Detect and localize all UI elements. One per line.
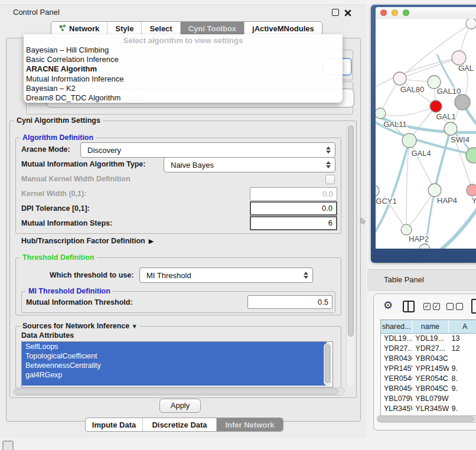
column-header-name[interactable]: name	[412, 320, 448, 333]
list-vertical-scrollbar[interactable]	[324, 343, 331, 386]
algorithm-dropdown: Select algorithm to view settings Bayesi…	[24, 34, 343, 103]
window-close-icon[interactable]	[380, 9, 387, 16]
settings-horizontal-scrollbar[interactable]	[13, 387, 345, 396]
dropdown-item-basic-correlation-inference[interactable]: Basic Correlation Inference	[26, 55, 340, 64]
network-node-y[interactable]	[467, 184, 476, 196]
node-label-y: Y	[472, 196, 476, 205]
tab-cyni-toolbox[interactable]: Cyni Toolbox	[181, 22, 244, 35]
tab-discretize-data[interactable]: Discretize Data	[143, 418, 217, 431]
network-edge-highlighted[interactable]	[376, 141, 409, 236]
tab-label: Cyni Toolbox	[188, 24, 236, 33]
apply-button[interactable]: Apply	[159, 399, 201, 413]
manual-kernel-checkbox[interactable]	[325, 175, 335, 184]
window-zoom-icon[interactable]	[403, 9, 409, 16]
scrollbar-thumb[interactable]	[348, 125, 354, 337]
scrollbar-thumb[interactable]	[325, 344, 330, 383]
attribute-item-gal4rgexp[interactable]: gal4RGexp	[22, 370, 327, 380]
network-canvas[interactable]: GALGAL80GAL10GAL1GAL11SWI4GAL4GCY1HAP4YH…	[376, 19, 476, 249]
kernel-width-input[interactable]: 0.0	[250, 187, 337, 201]
aracne-mode-select[interactable]: Discovery	[80, 142, 335, 158]
tab-style[interactable]: Style	[107, 22, 142, 35]
tab-label: Select	[149, 24, 172, 33]
mi-type-select[interactable]: Naive Bayes	[164, 157, 335, 172]
mi-type-value: Naive Bayes	[171, 161, 214, 169]
dropdown-item-aracne-algorithm[interactable]: ARACNE Algorithm	[26, 64, 340, 74]
which-threshold-select[interactable]: MI Threshold	[139, 268, 313, 283]
data-attributes-list[interactable]: SelfLoopsTopologicalCoefficientBetweenne…	[21, 341, 333, 387]
network-node-gal4[interactable]	[402, 133, 416, 148]
tab-network[interactable]: Network	[51, 22, 107, 35]
close-panel-icon[interactable]	[344, 8, 351, 15]
hub-definition-expander[interactable]: Hub/Transcription Factor Definition▶	[21, 237, 154, 245]
checked-checkbox-icon: ✓	[423, 303, 431, 310]
network-node-hap4[interactable]	[428, 184, 441, 197]
table-cell: YLR345W	[412, 404, 448, 414]
network-node-gal[interactable]	[452, 51, 466, 65]
network-node[interactable]	[455, 94, 470, 110]
minimized-panel-chip[interactable]	[2, 441, 14, 450]
table-horizontal-scrollbar[interactable]	[377, 415, 476, 423]
select-all-checkboxes-icon[interactable]: ✓ ✓	[423, 303, 440, 310]
node-label-gal11: GAL11	[383, 120, 407, 129]
dropdown-item-bayesian-k2[interactable]: Bayesian – K2	[26, 84, 340, 93]
network-node[interactable]	[419, 244, 430, 249]
network-node-gal1[interactable]	[430, 100, 442, 112]
dropdown-item-bayesian-hill-climbing[interactable]: Bayesian – Hill Climbing	[26, 45, 340, 55]
mi-threshold-input[interactable]: 0.5	[247, 295, 332, 309]
table-row[interactable]: YLR345WYLR345W9.	[381, 404, 476, 414]
columns-icon[interactable]	[403, 301, 415, 312]
table-row[interactable]: YDR27...YDR27...12	[381, 344, 476, 354]
mi-steps-input[interactable]: 6	[250, 216, 337, 230]
table-row[interactable]: YBR045CYBR045C9.	[381, 384, 476, 394]
table-row[interactable]: YBR043CYBR043C	[381, 354, 476, 364]
network-window-titlebar[interactable]	[376, 7, 476, 19]
deselect-all-checkboxes-icon[interactable]	[446, 303, 463, 310]
dpi-tolerance-input[interactable]: 0.0	[250, 201, 337, 216]
network-node-swi4[interactable]	[444, 122, 457, 135]
algorithm-definition-title: Algorithm Definition	[20, 133, 96, 142]
network-edge[interactable]	[400, 58, 459, 79]
tab-impute-data[interactable]: Impute Data	[86, 418, 143, 431]
attribute-item-selfloops[interactable]: SelfLoops	[22, 342, 327, 351]
table-row[interactable]: YDL19...YDL19...13	[381, 334, 476, 344]
scrollbar-thumb[interactable]	[378, 416, 474, 422]
scrollbar-thumb[interactable]	[15, 389, 338, 394]
column-header-shared-[interactable]: shared...	[381, 320, 412, 333]
node-label-gal80: GAL80	[400, 85, 424, 94]
network-edge-highlighted[interactable]	[438, 201, 476, 249]
node-label-gal1: GAL1	[436, 112, 455, 121]
stepper-arrows-icon	[326, 161, 331, 168]
network-node[interactable]	[466, 148, 476, 163]
attribute-item-clipped[interactable]	[22, 380, 327, 386]
table-row[interactable]: YBL079WYBL079W	[381, 394, 476, 404]
settings-vertical-scrollbar[interactable]	[346, 123, 354, 387]
table-cell: YLR345W	[381, 404, 412, 414]
network-node-hap2[interactable]	[401, 224, 412, 235]
dropdown-item-dream8-dc-tdc-algorithm[interactable]: Dream8 DC_TDC Algorithm	[26, 93, 340, 103]
network-node-gal80[interactable]	[393, 72, 406, 85]
network-edge[interactable]	[409, 141, 435, 190]
float-panel-icon[interactable]	[332, 9, 339, 16]
dropdown-placeholder: Select algorithm to view settings	[24, 36, 343, 45]
table-row[interactable]: YER054CYER054C8.	[381, 374, 476, 384]
aracne-mode-value: Discovery	[87, 146, 121, 155]
network-node-gcy1[interactable]	[376, 185, 379, 197]
dropdown-item-mutual-information-inference[interactable]: Mutual Information Inference	[26, 74, 340, 84]
gear-icon[interactable]: ⚙	[383, 299, 393, 312]
tab-infer-network[interactable]: Infer Network	[217, 418, 283, 431]
window-minimize-icon[interactable]	[392, 9, 398, 16]
sources-expander[interactable]: Sources for Network Inference ▼	[20, 322, 140, 330]
table-cell: YBR045C	[381, 384, 412, 394]
attribute-item-betweennesscentrality[interactable]: BetweennessCentrality	[22, 361, 327, 370]
network-node-gal11[interactable]	[376, 108, 386, 119]
table-row[interactable]: YPR145WYPR145W9.	[381, 364, 476, 374]
tab-jactivemnodules[interactable]: jActiveMNodules	[244, 22, 322, 35]
attribute-item-topologicalcoefficient[interactable]: TopologicalCoefficient	[22, 351, 327, 361]
network-edge[interactable]	[380, 106, 436, 116]
network-node[interactable]	[466, 19, 476, 29]
column-header-a[interactable]: A	[449, 320, 476, 333]
network-edge-highlighted[interactable]	[435, 129, 451, 190]
page-icon[interactable]	[471, 299, 476, 314]
tab-select[interactable]: Select	[142, 22, 180, 35]
table-cell: YER054C	[412, 374, 448, 384]
